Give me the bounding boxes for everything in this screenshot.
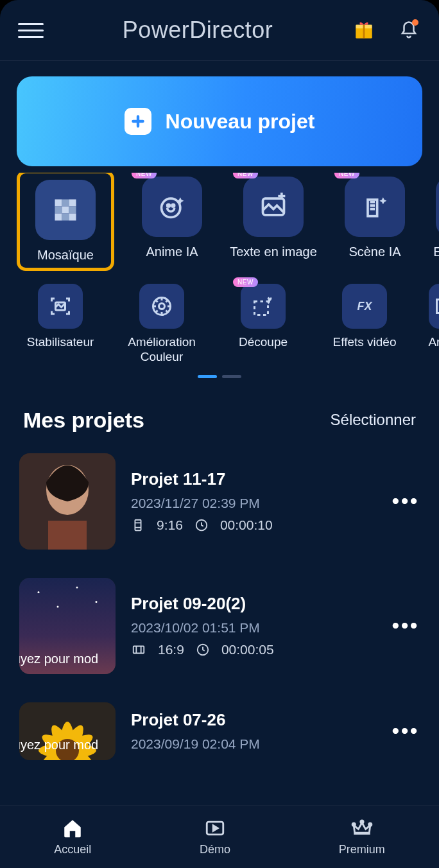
svg-rect-27 bbox=[135, 520, 141, 531]
svg-rect-9 bbox=[55, 214, 62, 221]
project-thumbnail: uyez pour mod bbox=[19, 578, 116, 674]
tool-label: Mosaïque bbox=[37, 248, 94, 263]
mosaic-icon bbox=[35, 180, 96, 240]
new-project-label: Nouveau projet bbox=[166, 110, 315, 134]
tool-crop[interactable]: NEW Découpe bbox=[220, 284, 307, 365]
tool-stabilizer[interactable]: Stabilisateur bbox=[17, 284, 104, 365]
scene-sparkle-icon: NEW bbox=[345, 177, 405, 237]
aspect-ratio-icon bbox=[131, 518, 145, 532]
gift-icon bbox=[353, 19, 375, 41]
art-icon bbox=[429, 284, 439, 329]
project-thumbnail bbox=[19, 453, 116, 550]
svg-rect-8 bbox=[69, 207, 76, 214]
svg-point-45 bbox=[352, 823, 355, 826]
project-ratio: 9:16 bbox=[157, 517, 183, 533]
svg-rect-11 bbox=[69, 214, 76, 221]
tool-video-effects[interactable]: FX Effets vidéo bbox=[321, 284, 408, 365]
tool-label: Anime IA bbox=[146, 245, 198, 259]
tab-label: Premium bbox=[339, 843, 385, 856]
svg-rect-10 bbox=[62, 214, 69, 221]
svg-point-46 bbox=[361, 820, 363, 823]
svg-point-13 bbox=[168, 204, 170, 207]
project-item[interactable]: uyez pour mod Projet 09-20(2) 2023/10/02… bbox=[19, 564, 420, 688]
fx-icon: FX bbox=[342, 284, 387, 329]
project-name: Projet 11-17 bbox=[131, 469, 376, 489]
project-date: 2023/11/27 02:39 PM bbox=[131, 496, 376, 511]
thumbnail-overlay-text: uyez pour mod bbox=[19, 738, 116, 752]
project-item[interactable]: uyez pour mod Projet 07-26 2023/09/19 02… bbox=[19, 688, 420, 760]
project-date: 2023/10/02 01:51 PM bbox=[131, 620, 376, 636]
tool-label: Scène IA bbox=[349, 245, 400, 259]
project-item[interactable]: Projet 11-17 2023/11/27 02:39 PM 9:16 00… bbox=[19, 439, 420, 564]
project-name: Projet 07-26 bbox=[131, 710, 376, 730]
tab-bar: Accueil Démo Premium bbox=[0, 805, 439, 868]
select-button[interactable]: Sélectionner bbox=[331, 411, 416, 429]
project-name: Projet 09-20(2) bbox=[131, 594, 376, 614]
new-badge: NEW bbox=[233, 277, 258, 287]
tool-effect-partial[interactable]: Effet d bbox=[433, 177, 439, 271]
tool-color-enhance[interactable]: Amélioration Couleur bbox=[118, 284, 205, 365]
new-badge: NEW bbox=[132, 173, 157, 178]
tool-anime-ia[interactable]: NEW Anime IA bbox=[128, 177, 216, 271]
svg-point-14 bbox=[172, 204, 175, 207]
page-indicator bbox=[0, 365, 439, 378]
tool-label: Effet d bbox=[433, 245, 439, 259]
tool-label: Stabilisateur bbox=[27, 335, 94, 350]
tab-premium[interactable]: Premium bbox=[339, 817, 385, 856]
svg-rect-7 bbox=[62, 207, 69, 214]
svg-rect-26 bbox=[48, 521, 87, 550]
tab-label: Démo bbox=[200, 843, 230, 856]
smiley-sparkle-icon: NEW bbox=[142, 177, 202, 237]
project-thumbnail: uyez pour mod bbox=[19, 702, 116, 760]
plus-icon bbox=[125, 108, 151, 135]
svg-point-33 bbox=[57, 605, 59, 607]
projects-title: Mes projets bbox=[23, 408, 144, 433]
clock-icon bbox=[196, 643, 210, 657]
gift-button[interactable] bbox=[352, 18, 376, 42]
svg-point-32 bbox=[96, 601, 98, 603]
menu-button[interactable] bbox=[18, 17, 44, 43]
tool-label: Texte en image bbox=[230, 245, 317, 259]
project-duration: 00:00:10 bbox=[220, 517, 273, 533]
new-badge: NEW bbox=[233, 173, 258, 178]
svg-rect-21 bbox=[255, 302, 268, 315]
svg-rect-4 bbox=[62, 200, 69, 207]
color-wheel-icon bbox=[139, 284, 184, 329]
thumbnail-overlay-text: uyez pour mod bbox=[19, 652, 116, 666]
project-more-button[interactable]: ••• bbox=[392, 719, 420, 743]
tab-demo[interactable]: Démo bbox=[200, 817, 230, 856]
tool-label: Effets vidéo bbox=[333, 335, 397, 350]
tab-label: Accueil bbox=[54, 843, 91, 856]
svg-point-12 bbox=[162, 198, 180, 217]
project-date: 2023/09/19 02:04 PM bbox=[131, 736, 376, 752]
notifications-button[interactable] bbox=[397, 18, 421, 42]
tool-art-partial[interactable]: Art A bbox=[422, 284, 439, 365]
svg-rect-23 bbox=[437, 300, 440, 313]
tool-text-to-image[interactable]: NEW Texte en image bbox=[230, 177, 317, 271]
notification-dot bbox=[412, 19, 418, 26]
svg-rect-34 bbox=[133, 647, 144, 654]
svg-point-47 bbox=[368, 823, 371, 826]
tab-home[interactable]: Accueil bbox=[54, 817, 91, 856]
image-text-icon: NEW bbox=[243, 177, 304, 237]
new-badge: NEW bbox=[334, 173, 359, 178]
clock-icon bbox=[194, 518, 209, 532]
new-project-button[interactable]: Nouveau projet bbox=[17, 76, 422, 166]
svg-text:FX: FX bbox=[357, 300, 372, 313]
aspect-ratio-icon bbox=[131, 643, 146, 657]
svg-point-20 bbox=[159, 304, 165, 309]
home-icon bbox=[62, 817, 83, 839]
project-list: Projet 11-17 2023/11/27 02:39 PM 9:16 00… bbox=[0, 439, 439, 805]
svg-rect-5 bbox=[69, 200, 76, 207]
project-more-button[interactable]: ••• bbox=[392, 614, 420, 638]
svg-rect-6 bbox=[55, 207, 62, 214]
project-more-button[interactable]: ••• bbox=[392, 489, 420, 513]
project-ratio: 16:9 bbox=[158, 642, 184, 657]
tool-mosaic[interactable]: Mosaïque bbox=[17, 173, 114, 271]
tools-row-1: Mosaïque NEW Anime IA NEW Texte en image… bbox=[0, 173, 439, 271]
crown-icon bbox=[350, 817, 374, 839]
tool-scene-ia[interactable]: NEW Scène IA bbox=[331, 177, 418, 271]
project-duration: 00:00:05 bbox=[221, 642, 274, 657]
tool-label: Amélioration Couleur bbox=[128, 335, 196, 365]
top-bar: PowerDirector bbox=[0, 0, 439, 61]
